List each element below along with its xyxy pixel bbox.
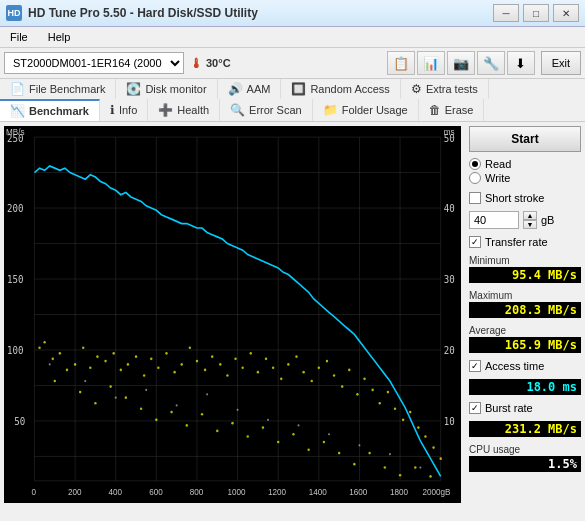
svg-point-51 (74, 363, 76, 366)
toolbar-icon-2[interactable]: 📊 (417, 51, 445, 75)
burst-rate-checkbox-row[interactable]: Burst rate (469, 402, 581, 414)
svg-point-49 (59, 352, 61, 355)
tab-erase[interactable]: 🗑 Erase (419, 99, 485, 121)
access-time-checkbox-row[interactable]: Access time (469, 360, 581, 372)
health-icon: ➕ (158, 103, 173, 117)
maximize-button[interactable]: □ (523, 4, 549, 22)
aam-icon: 🔊 (228, 82, 243, 96)
toolbar-icon-5[interactable]: ⬇ (507, 51, 535, 75)
svg-point-61 (150, 358, 152, 361)
tab-disk-monitor[interactable]: 💽 Disk monitor (116, 79, 217, 99)
svg-text:1400: 1400 (309, 487, 327, 497)
average-value: 165.9 MB/s (469, 337, 581, 353)
short-stroke-checkbox-row[interactable]: Short stroke (469, 192, 581, 204)
start-button[interactable]: Start (469, 126, 581, 152)
tab-random-access[interactable]: 🔲 Random Access (281, 79, 400, 99)
svg-point-101 (79, 391, 81, 394)
svg-point-115 (292, 433, 294, 436)
tab-extra-tests-label: Extra tests (426, 83, 478, 95)
svg-point-58 (127, 363, 129, 366)
chart-svg: 250 200 150 100 50 MB/s 50 40 30 20 10 m… (4, 126, 461, 503)
title-bar-left: HD HD Tune Pro 5.50 - Hard Disk/SSD Util… (6, 5, 258, 21)
transfer-rate-checkbox-row[interactable]: Transfer rate (469, 236, 581, 248)
minimum-value: 95.4 MB/s (469, 267, 581, 283)
menu-file[interactable]: File (4, 29, 34, 45)
tab-health-label: Health (177, 104, 209, 116)
tab-aam[interactable]: 🔊 AAM (218, 79, 282, 99)
svg-point-103 (109, 385, 111, 388)
toolbar-icon-1[interactable]: 📋 (387, 51, 415, 75)
svg-text:10: 10 (444, 416, 455, 427)
write-label: Write (485, 172, 510, 184)
svg-text:150: 150 (7, 274, 24, 285)
drive-selector[interactable]: ST2000DM001-1ER164 (2000 gB) (4, 52, 184, 74)
svg-point-80 (295, 355, 297, 358)
tab-folder-usage-label: Folder Usage (342, 104, 408, 116)
write-radio[interactable]: Write (469, 172, 581, 184)
svg-text:100: 100 (7, 345, 24, 356)
svg-point-106 (155, 419, 157, 422)
tab-folder-usage[interactable]: 📁 Folder Usage (313, 99, 419, 121)
close-button[interactable]: ✕ (553, 4, 579, 22)
maximum-stat: Maximum 208.3 MB/s (469, 290, 581, 318)
svg-point-105 (140, 407, 142, 410)
svg-point-110 (216, 430, 218, 433)
svg-text:ms: ms (444, 127, 455, 137)
window-title: HD Tune Pro 5.50 - Hard Disk/SSD Utility (28, 6, 258, 20)
svg-point-133 (297, 424, 299, 426)
read-radio[interactable]: Read (469, 158, 581, 170)
svg-point-95 (409, 411, 411, 414)
tab-benchmark[interactable]: 📉 Benchmark (0, 99, 100, 121)
svg-point-87 (348, 369, 350, 372)
read-radio-circle (469, 158, 481, 170)
svg-point-84 (326, 360, 328, 363)
svg-point-79 (287, 363, 289, 366)
svg-point-83 (318, 366, 320, 369)
maximum-label: Maximum (469, 290, 581, 301)
svg-point-72 (234, 358, 236, 361)
svg-point-111 (231, 422, 233, 425)
random-access-icon: 🔲 (291, 82, 306, 96)
minimum-stat: Minimum 95.4 MB/s (469, 255, 581, 283)
access-time-stat: 18.0 ms (469, 379, 581, 395)
svg-point-71 (226, 374, 228, 377)
svg-text:400: 400 (109, 487, 123, 497)
file-benchmark-icon: 📄 (10, 82, 25, 96)
stroke-down-arrow[interactable]: ▼ (523, 220, 537, 229)
svg-point-91 (379, 402, 381, 405)
svg-point-93 (394, 407, 396, 410)
svg-point-90 (371, 389, 373, 392)
svg-point-50 (66, 369, 68, 372)
chart-area: 250 200 150 100 50 MB/s 50 40 30 20 10 m… (4, 126, 461, 503)
toolbar-icon-4[interactable]: 🔧 (477, 51, 505, 75)
tab-extra-tests[interactable]: ⚙ Extra tests (401, 79, 489, 99)
minimize-button[interactable]: ─ (493, 4, 519, 22)
short-stroke-checkbox (469, 192, 481, 204)
svg-point-68 (204, 369, 206, 372)
stroke-up-arrow[interactable]: ▲ (523, 211, 537, 220)
svg-text:50: 50 (14, 416, 25, 427)
burst-rate-checkbox (469, 402, 481, 414)
toolbar-icon-3[interactable]: 📷 (447, 51, 475, 75)
svg-point-125 (49, 363, 51, 365)
exit-button[interactable]: Exit (541, 51, 581, 75)
svg-text:1000: 1000 (227, 487, 245, 497)
short-stroke-label: Short stroke (485, 192, 544, 204)
tab-error-scan-label: Error Scan (249, 104, 302, 116)
cpu-usage-label: CPU usage (469, 444, 581, 455)
access-time-checkbox-label: Access time (485, 360, 544, 372)
svg-point-73 (241, 366, 243, 369)
tab-info[interactable]: ℹ Info (100, 99, 148, 121)
tab-file-benchmark[interactable]: 📄 File Benchmark (0, 79, 116, 99)
minimum-label: Minimum (469, 255, 581, 266)
svg-point-76 (265, 358, 267, 361)
svg-point-92 (387, 391, 389, 394)
tab-health[interactable]: ➕ Health (148, 99, 220, 121)
erase-icon: 🗑 (429, 103, 441, 117)
svg-point-59 (135, 355, 137, 358)
menu-help[interactable]: Help (42, 29, 77, 45)
svg-point-96 (417, 426, 419, 429)
tab-error-scan[interactable]: 🔍 Error Scan (220, 99, 313, 121)
svg-text:1200: 1200 (268, 487, 286, 497)
burst-rate-label: Burst rate (485, 402, 533, 414)
